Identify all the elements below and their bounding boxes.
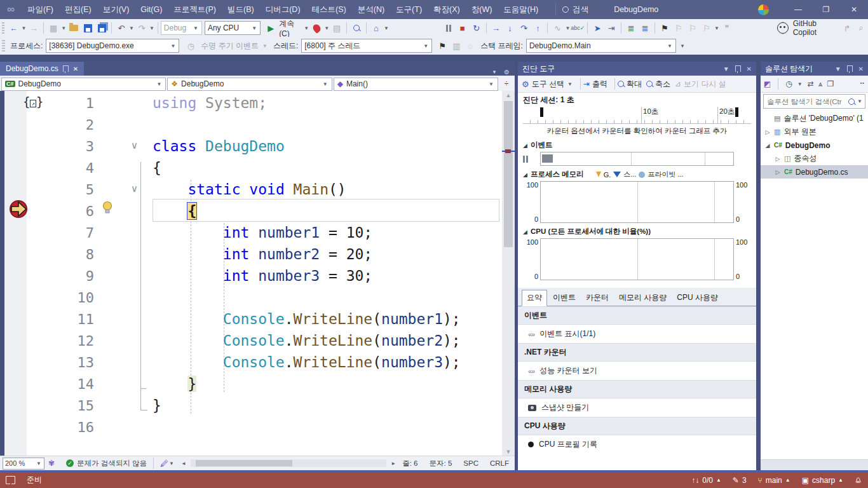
fold-collapse-icon[interactable]: ∨	[131, 140, 138, 151]
zoom-level-combo[interactable]: 200 %▼	[3, 458, 44, 470]
comment-button[interactable]: ❞	[721, 22, 733, 34]
scrollbar-thumb[interactable]	[196, 460, 292, 466]
restore-button[interactable]: ❐	[812, 0, 840, 19]
zoom-in-button[interactable]: 확대	[618, 79, 642, 90]
fold-collapse-icon[interactable]: ∨	[131, 183, 138, 194]
scroll-up-icon[interactable]: ▲	[502, 92, 515, 98]
pin-icon[interactable]	[847, 65, 853, 72]
chevron-down-icon[interactable]: ▼	[565, 25, 570, 31]
restart-button[interactable]: ↻	[470, 22, 483, 34]
menu-item-7[interactable]: 테스트(S)	[306, 0, 352, 19]
tree-item-DebugDemo[interactable]: ◢C#DebugDemo	[761, 139, 868, 152]
save-button[interactable]	[81, 22, 94, 34]
find-in-files-button[interactable]	[350, 22, 363, 34]
menu-item-12[interactable]: 도움말(H)	[498, 0, 544, 19]
outline-guide[interactable]	[140, 162, 141, 410]
event-marker[interactable]	[542, 154, 553, 163]
summary-action-link[interactable]: 스냅샷 만들기	[518, 398, 756, 417]
navigate-forward-button[interactable]: →	[27, 22, 40, 34]
project-dropdown[interactable]: C# DebugDemo▼	[1, 78, 166, 91]
diagnostics-tab-메모리-사용량[interactable]: 메모리 사용량	[614, 290, 671, 306]
diagnostics-tab-카운터[interactable]: 카운터	[581, 290, 613, 306]
sync-commits-button[interactable]: ↑↓ 0/0 ▲	[686, 472, 727, 488]
timeline-start-marker[interactable]	[540, 107, 543, 117]
pin-icon[interactable]	[735, 65, 741, 72]
tab-debugdemo-cs[interactable]: DebugDemo.cs ✕	[0, 62, 84, 76]
pending-changes-filter-icon[interactable]: ◷	[785, 79, 792, 88]
vertical-scrollbar[interactable]: ▲ ▼	[502, 91, 515, 456]
toolbar-grip[interactable]	[2, 40, 5, 51]
lifecycle-events-icon[interactable]: ◷	[184, 39, 197, 52]
step-over-button[interactable]: ↷	[517, 22, 530, 34]
toolbar-overflow-icon[interactable]: ▼	[384, 25, 389, 31]
pin-icon[interactable]	[63, 65, 69, 72]
breakpoint-margin[interactable]	[4, 91, 27, 456]
diagnostics-tab-이벤트[interactable]: 이벤트	[548, 290, 580, 306]
sync-with-active-document-icon[interactable]: ⇄	[808, 79, 814, 88]
window-position-chevron-icon[interactable]: ▼	[723, 65, 729, 72]
expander-icon[interactable]: ◢	[764, 142, 771, 149]
scroll-left-icon[interactable]: ◄	[181, 461, 186, 466]
spell-check-button[interactable]: abc✓	[571, 22, 584, 34]
previous-bookmark-button[interactable]: ⚐	[672, 22, 685, 34]
account-icon[interactable]	[758, 4, 769, 15]
line-ending-indicator[interactable]: CRLF	[490, 459, 509, 467]
solution-configuration-combo[interactable]: Debug▼	[161, 21, 202, 35]
background-tasks-button[interactable]	[0, 472, 21, 488]
reset-view-button[interactable]: ⊿ 보기 다시 설	[675, 79, 726, 90]
feedback-icon[interactable]: ✾	[48, 459, 55, 468]
copilot-chat-button[interactable]: ⌕	[855, 22, 867, 34]
redo-button[interactable]: ↷	[135, 22, 148, 34]
problems-status[interactable]: 문제가 검색되지 않음	[77, 459, 147, 468]
chevron-down-icon[interactable]: ▼	[21, 25, 26, 31]
next-bookmark-button[interactable]: ⚐	[686, 22, 699, 34]
horizontal-scrollbar[interactable]	[191, 459, 387, 467]
continue-button[interactable]: ▶	[264, 22, 277, 34]
cpu-chart[interactable]	[540, 238, 734, 280]
chevron-down-icon[interactable]: ▼	[169, 461, 174, 466]
current-statement-arrow-icon[interactable]	[9, 200, 28, 219]
hot-reload-button[interactable]	[310, 22, 323, 34]
line-indicator[interactable]: 줄: 6	[402, 459, 417, 468]
undo-button[interactable]: ↶	[115, 22, 128, 34]
indent-increase-button[interactable]: ≣	[639, 22, 651, 34]
tree-item--[interactable]: ▷▥외부 원본	[761, 125, 868, 139]
tree-item--DebugDemo-1[interactable]: ▤솔루션 'DebugDemo' (1	[761, 112, 868, 125]
chevron-down-icon[interactable]: ▼	[262, 43, 268, 49]
menu-item-4[interactable]: 프로젝트(P)	[168, 0, 222, 19]
memory-chart[interactable]	[540, 181, 734, 223]
pause-events-icon[interactable]	[523, 152, 538, 166]
show-threads-in-source-icon[interactable]: ▥	[450, 39, 463, 52]
tree-item--[interactable]: ▷◫종속성	[761, 152, 868, 165]
open-file-button[interactable]	[67, 22, 80, 34]
solution-platform-combo[interactable]: Any CPU▼	[205, 21, 261, 35]
new-project-button[interactable]: ▦	[47, 22, 60, 34]
properties-icon[interactable]: ❐	[827, 79, 834, 88]
toggle-bookmark-button[interactable]: ⚑	[658, 22, 671, 34]
stop-debugging-button[interactable]: ■	[456, 22, 469, 34]
chevron-down-icon[interactable]: ▼	[149, 25, 154, 31]
events-section-header[interactable]: ◢ 이벤트	[518, 137, 756, 151]
search-control[interactable]: 검색 ▼	[555, 4, 605, 15]
branch-button[interactable]: ⑂ main ▲	[752, 472, 796, 488]
minimize-button[interactable]: —	[784, 0, 812, 19]
tree-item-DebugDemo.cs[interactable]: ▷C#DebugDemo.cs	[761, 165, 868, 179]
github-copilot-icon[interactable]	[776, 22, 789, 34]
timeline-end-marker[interactable]	[735, 107, 738, 117]
diagnostics-tab-요약[interactable]: 요약	[522, 290, 547, 306]
close-button[interactable]: ✕	[840, 0, 868, 19]
chevron-down-icon[interactable]: ▼	[324, 25, 329, 31]
summary-action-link[interactable]: «»성능 카운터 보기	[518, 362, 756, 380]
toolbar-overflow-icon[interactable]: ▼	[680, 43, 685, 49]
close-icon[interactable]: ✕	[747, 65, 752, 72]
save-all-button[interactable]	[95, 22, 108, 34]
pending-edits-button[interactable]: ✎ 3	[727, 472, 752, 488]
select-tool-button[interactable]: ⚙ 도구 선택 ▼	[522, 79, 573, 90]
step-into-button[interactable]: ↓	[503, 22, 516, 34]
navigate-back-button[interactable]: ←	[7, 22, 20, 34]
summary-action-link[interactable]: CPU 프로필 기록	[518, 435, 756, 454]
indent-decrease-button[interactable]: ≣	[625, 22, 637, 34]
step-out-button[interactable]: ↑	[531, 22, 544, 34]
menu-item-3[interactable]: Git(G)	[135, 0, 168, 19]
solution-search-input[interactable]	[766, 97, 846, 106]
